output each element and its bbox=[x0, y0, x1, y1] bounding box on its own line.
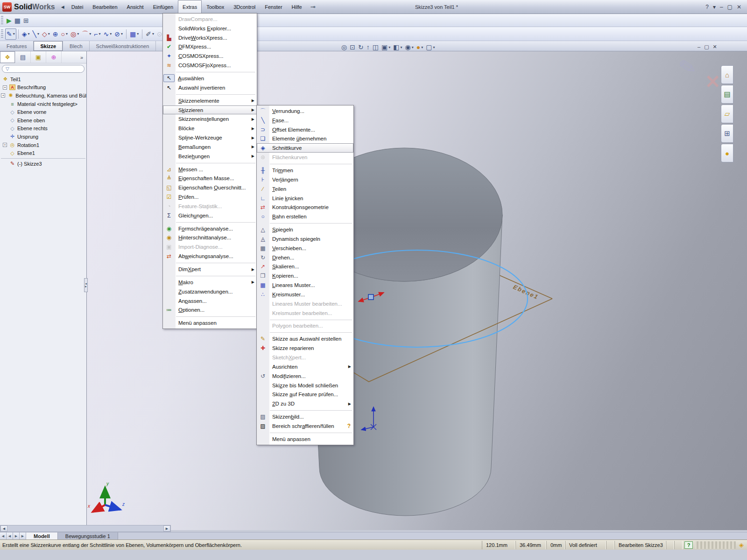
rectangle-button[interactable]: ◇▾ bbox=[41, 28, 51, 40]
bema-ungen-menu-item[interactable]: Bemaßungen▶ bbox=[163, 142, 257, 152]
dimxpert-menu-item[interactable]: DimXpert▶ bbox=[163, 265, 257, 274]
view-orientation-button[interactable]: ▣▾ bbox=[380, 42, 392, 52]
menubar-item-toolbox[interactable]: Toolbox bbox=[202, 0, 229, 14]
driveworksxpress-menu-item[interactable]: ▙DriveWorksXpress... bbox=[163, 33, 257, 42]
dropdown-arrow-icon[interactable]: ▾ bbox=[48, 32, 50, 36]
close-button[interactable]: ✕ bbox=[737, 4, 741, 10]
cosmosfloxpress-menu-item[interactable]: ≋COSMOSFloXpress... bbox=[163, 61, 257, 70]
skizzeneinstellungen-menu-item[interactable]: Skizzeneinstellungen▶ bbox=[163, 114, 257, 124]
skizze-bis-modell-schlie-en-menu-item[interactable]: Skizze bis Modell schließen bbox=[257, 381, 353, 390]
status-help-button[interactable]: ? bbox=[684, 541, 693, 549]
skizze-aus-auswahl-erstellen-menu-item[interactable]: ✎Skizze aus Auswahl erstellen bbox=[257, 334, 353, 343]
skizzenelemente-menu-item[interactable]: Skizzenelemente▶ bbox=[163, 96, 257, 105]
configurationmanager-tab[interactable]: ▣ bbox=[31, 51, 46, 63]
dropdown-arrow-icon[interactable]: ▾ bbox=[388, 45, 390, 49]
hinterschnittanalyse-menu-item[interactable]: ◉Hinterschnittanalyse... bbox=[163, 233, 257, 243]
menubar-item-einf-gen[interactable]: Einfügen bbox=[148, 0, 178, 14]
zoom-to-fit-button[interactable]: ◎ bbox=[340, 42, 348, 52]
perimeter-circle-button[interactable]: ◎▾ bbox=[69, 28, 80, 40]
section-view-button[interactable]: ◫ bbox=[371, 42, 380, 52]
cosmosxpress-menu-item[interactable]: ✦COSMOSXpress... bbox=[163, 51, 257, 61]
circle-button[interactable]: ○▾ bbox=[60, 28, 69, 40]
fase-menu-item[interactable]: ╲Fase... bbox=[257, 116, 353, 125]
dfmxpress-menu-item[interactable]: ✔DFMXpress... bbox=[163, 42, 257, 52]
tab-bewegungsstudie-1[interactable]: Bewegungsstudie 1 bbox=[58, 532, 118, 539]
dynamisch-spiegeln-menu-item[interactable]: ◬Dynamisch spiegeln bbox=[257, 234, 353, 244]
tree-item-material-nicht-festgelegt[interactable]: ≡Material <nicht festgelegt> bbox=[0, 100, 86, 108]
appearances-tab[interactable]: ● bbox=[721, 144, 733, 162]
tab-skizze[interactable]: Skizze bbox=[34, 41, 63, 51]
scroll-left-button[interactable]: ◀ bbox=[0, 525, 7, 532]
expander-icon[interactable]: + bbox=[1, 93, 5, 98]
men-anpassen-menu-item[interactable]: Menü anpassen bbox=[163, 318, 257, 328]
tab-blech[interactable]: Blech bbox=[63, 41, 90, 51]
elemente-bernehmen-menu-item[interactable]: ❏Elemente übernehmen bbox=[257, 134, 353, 144]
optionen-menu-item[interactable]: ≔Optionen... bbox=[163, 305, 257, 315]
solidworks-resources-tab[interactable]: ⌂ bbox=[721, 65, 733, 84]
quick-snaps-button[interactable]: ✐▾ bbox=[144, 28, 155, 40]
ellipse-button[interactable]: ⊘▾ bbox=[113, 28, 124, 40]
doc-restore-button[interactable]: ▢ bbox=[704, 44, 709, 50]
filter-input[interactable] bbox=[11, 66, 81, 71]
tree-item-ebene-vorne[interactable]: ◇Ebene vorne bbox=[0, 108, 86, 116]
bl-cke-menu-item[interactable]: Blöcke▶ bbox=[163, 124, 257, 133]
dropdown-arrow-icon[interactable]: ▾ bbox=[400, 45, 402, 49]
dropdown-arrow-icon[interactable]: ▾ bbox=[110, 32, 112, 36]
verschieben-menu-item[interactable]: ▦Verschieben... bbox=[257, 244, 353, 253]
polygon-button[interactable]: ⊕ bbox=[51, 28, 60, 40]
document-tag-icon[interactable]: ◈ bbox=[736, 541, 747, 548]
menubar-item-bearbeiten[interactable]: Bearbeiten bbox=[88, 0, 122, 14]
dimxpertmanager-tab[interactable]: ⊕ bbox=[46, 51, 62, 63]
formschr-geanalyse-menu-item[interactable]: ◉Formschrägeanalyse... bbox=[163, 224, 257, 233]
ausrichten-menu-item[interactable]: Ausrichten▶ bbox=[257, 362, 353, 371]
drehen-menu-item[interactable]: ↻Drehen... bbox=[257, 253, 353, 262]
featuremanager-tab[interactable]: ❖ bbox=[0, 51, 15, 63]
tree-item-ursprung[interactable]: ✛Ursprung bbox=[0, 133, 86, 141]
cancel-sketch-icon[interactable]: ✕ bbox=[705, 71, 721, 92]
tab-scroll-button-3[interactable]: ▶ bbox=[20, 532, 26, 539]
centerpoint-arc-button[interactable]: ⌒▾ bbox=[80, 28, 92, 40]
scrollbar-track[interactable] bbox=[7, 525, 163, 532]
auswahl-invertieren-menu-item[interactable]: ↖Auswahl invertieren bbox=[163, 83, 257, 92]
modifizieren-menu-item[interactable]: ↺Modifizieren... bbox=[257, 371, 353, 381]
skizzenbild-menu-item[interactable]: ▨Skizzenbild... bbox=[257, 412, 353, 421]
menubar-item-hilfe[interactable]: Hilfe bbox=[287, 0, 307, 14]
rotate-view-button[interactable]: ↻ bbox=[357, 42, 365, 52]
bereich-schraffieren-f-llen-menu-item[interactable]: ▨Bereich schraffieren/füllen? bbox=[257, 421, 353, 431]
tab-scroll-button-1[interactable]: ◀ bbox=[7, 532, 13, 539]
tree-item-ebene1[interactable]: ◇Ebene1 bbox=[0, 149, 86, 157]
eigenschaften-masse-menu-item[interactable]: ≜Eigenschaften Masse... bbox=[163, 174, 257, 183]
abweichungsanalyse-menu-item[interactable]: ⇄Abweichungsanalyse... bbox=[163, 252, 257, 261]
spline-button[interactable]: ∿▾ bbox=[102, 28, 113, 40]
toolbar-drag-handle[interactable] bbox=[1, 16, 3, 25]
expander-icon[interactable]: + bbox=[3, 85, 7, 90]
panel-overflow-chevron[interactable]: » bbox=[77, 51, 86, 63]
tree-item-beleuchtung-kameras-und-b-l[interactable]: +✺Beleuchtung, Kameras und Bül bbox=[0, 91, 86, 100]
sketch-button[interactable]: ✎▾ bbox=[5, 28, 16, 40]
exit-sketch-icon[interactable]: ✎ bbox=[677, 54, 698, 81]
tree-item-ebene-oben[interactable]: ◇Ebene oben bbox=[0, 116, 86, 125]
display-style-button[interactable]: ◧▾ bbox=[392, 42, 403, 52]
lineares-muster-menu-item[interactable]: ▦Lineares Muster... bbox=[257, 280, 353, 290]
men-anpassen-menu-item[interactable]: Menü anpassen bbox=[257, 434, 353, 444]
2d-zu-3d-menu-item[interactable]: 2D zu 3D▶ bbox=[257, 399, 353, 408]
skizze-reparieren-menu-item[interactable]: ✚Skizze reparieren bbox=[257, 343, 353, 353]
makro-menu-item[interactable]: Makro▶ bbox=[163, 278, 257, 287]
teilen-menu-item[interactable]: ∕Teilen bbox=[257, 184, 353, 194]
spiegeln-menu-item[interactable]: △Spiegeln bbox=[257, 225, 353, 234]
kopieren-menu-item[interactable]: ❐Kopieren... bbox=[257, 271, 353, 280]
panel-splitter-handle[interactable]: ◄ ► bbox=[84, 278, 88, 292]
menubar-item-ansicht[interactable]: Ansicht bbox=[122, 0, 148, 14]
dropdown-arrow-icon[interactable]: ▾ bbox=[152, 32, 154, 36]
menubar-item-3dcontrol[interactable]: 3Dcontrol bbox=[229, 0, 260, 14]
propertymanager-tab[interactable]: ▤ bbox=[15, 51, 31, 63]
ausw-hlen-menu-item[interactable]: ↖Auswählen bbox=[163, 74, 257, 83]
file-explorer-tab[interactable]: ▱ bbox=[721, 105, 733, 123]
offset-elemente-menu-item[interactable]: ⊃Offset Elemente... bbox=[257, 125, 353, 134]
gleichungen-menu-item[interactable]: ΣGleichungen... bbox=[163, 211, 257, 220]
skizze-auf-feature-pr-fen-menu-item[interactable]: Skizze auf Feature prüfen... bbox=[257, 390, 353, 399]
tree-item-ebene-rechts[interactable]: ◇Ebene rechts bbox=[0, 125, 86, 133]
design-library-tab[interactable]: ▤ bbox=[721, 85, 733, 104]
skalieren-menu-item[interactable]: ↗Skalieren... bbox=[257, 262, 353, 272]
dropdown-arrow-icon[interactable]: ▾ bbox=[121, 32, 123, 36]
